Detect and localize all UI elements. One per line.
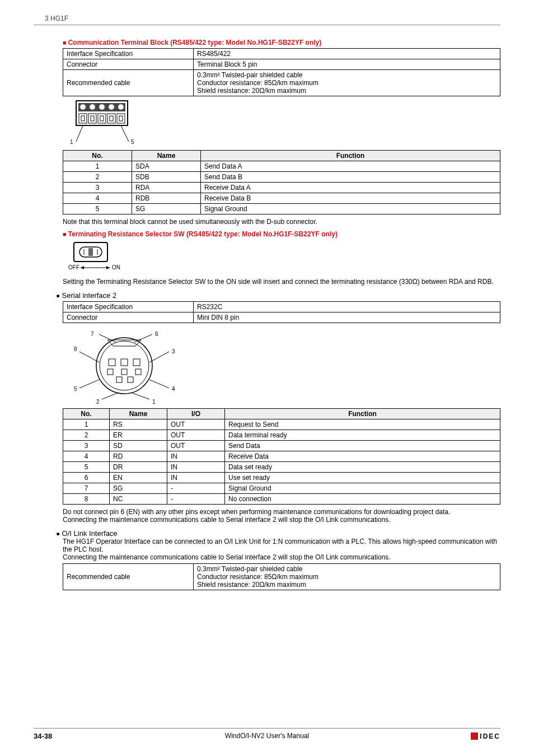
th-io: I/O: [167, 409, 225, 419]
terminal-block-diagram: 1 5: [68, 100, 500, 148]
th-func: Function: [225, 409, 500, 419]
table-row: 2SDBSend Data B: [63, 172, 500, 183]
svg-rect-13: [91, 116, 94, 121]
svg-rect-29: [109, 359, 115, 366]
section4-text1: The HG1F Operator Interface can be conne…: [63, 538, 500, 553]
svg-rect-15: [110, 116, 113, 121]
svg-text:2: 2: [96, 399, 100, 405]
th-no: No.: [63, 151, 132, 161]
off-label: OFF: [68, 264, 79, 270]
section3-note1: Do not connect pin 6 (EN) with any other…: [63, 508, 500, 516]
cell: Connector: [63, 312, 194, 323]
section4-text2: Connecting the maintenance communication…: [63, 553, 500, 561]
cell: Recommended cable: [63, 70, 194, 96]
on-label: ON: [112, 264, 120, 270]
section1-pin-table: No.NameFunction 1SDASend Data A 2SDBSend…: [63, 150, 500, 214]
cell: Terminal Block 5 pin: [194, 59, 500, 70]
page-number: 34-38: [34, 732, 52, 740]
th-func: Function: [201, 151, 500, 161]
svg-rect-16: [119, 116, 123, 121]
table-row: 1RSOUTRequest to Send: [63, 419, 500, 430]
table-row: 4RDBReceive Data B: [63, 193, 500, 204]
svg-rect-32: [107, 369, 113, 375]
pin-5-label: 5: [131, 139, 134, 145]
cell: Connector: [63, 59, 194, 70]
section3-title: Serial interface 2: [56, 291, 500, 300]
th-name: Name: [132, 151, 201, 161]
section1-title: Communication Terminal Block (RS485/422 …: [63, 39, 500, 46]
th-name: Name: [110, 409, 167, 419]
svg-line-43: [99, 334, 116, 342]
svg-text:4: 4: [172, 386, 175, 392]
section1-note: Note that this terminal block cannot be …: [63, 218, 500, 226]
svg-point-5: [109, 104, 114, 110]
cell: Mini DIN 8 pin: [194, 312, 500, 323]
svg-text:1: 1: [152, 399, 156, 405]
table-row: 1SDASend Data A: [63, 161, 500, 172]
selector-switch-diagram: OFF ON: [68, 241, 500, 274]
cell: 0.3mm² Twisted-pair shielded cable Condu…: [194, 70, 500, 96]
svg-line-42: [131, 393, 149, 399]
cell: Interface Specification: [63, 302, 194, 312]
svg-line-39: [149, 352, 169, 362]
svg-marker-25: [81, 266, 84, 269]
svg-rect-36: [128, 377, 133, 382]
svg-text:6: 6: [155, 331, 158, 337]
chapter-header: 3 HG1F: [34, 15, 500, 22]
svg-line-17: [76, 125, 83, 142]
svg-rect-12: [81, 116, 85, 121]
cell: RS485/422: [194, 49, 500, 59]
section2-title: Terminating Resistance Selector SW (RS48…: [63, 230, 500, 238]
section4-title: O/I Link Interface: [56, 529, 500, 538]
table-row: 8NC-No connection: [63, 494, 500, 505]
svg-point-3: [90, 104, 95, 110]
svg-text:8: 8: [74, 346, 77, 352]
cell: Recommended cable: [63, 564, 194, 590]
svg-rect-31: [133, 359, 140, 366]
idec-logo: IDEC: [471, 732, 500, 740]
table-row: 4RDINReceive Data: [63, 451, 500, 462]
svg-point-4: [99, 104, 105, 110]
svg-rect-34: [135, 369, 141, 375]
table-row: 5SGSignal Ground: [63, 204, 500, 214]
svg-line-18: [121, 125, 129, 142]
table-row: 3SDOUTSend Data: [63, 441, 500, 451]
svg-marker-26: [106, 266, 110, 269]
section4-spec-table: Recommended cable0.3mm² Twisted-pair shi…: [63, 563, 500, 590]
svg-line-38: [79, 380, 99, 388]
section3-spec-table: Interface SpecificationRS232C ConnectorM…: [63, 301, 500, 323]
section3-note2: Connecting the maintenance communication…: [63, 516, 500, 524]
svg-line-44: [134, 334, 152, 342]
svg-text:7: 7: [91, 331, 94, 337]
svg-line-40: [149, 380, 169, 388]
svg-rect-21: [88, 248, 93, 256]
table-row: 5DRINData set ready: [63, 462, 500, 473]
table-row: 7SG-Signal Ground: [63, 483, 500, 494]
section2-text: Setting the Terminating Resistance Selec…: [63, 278, 500, 286]
svg-text:5: 5: [74, 386, 77, 392]
svg-point-2: [80, 104, 86, 110]
mini-din-diagram: 7 6 8 3 5 4 2 1: [68, 326, 500, 407]
svg-rect-35: [116, 377, 122, 382]
pin-1-label: 1: [70, 139, 73, 145]
table-row: 2EROUTData terminal ready: [63, 430, 500, 441]
cell: RS232C: [194, 302, 500, 312]
th-no: No.: [63, 409, 110, 419]
section3-pin-table: No.NameI/OFunction 1RSOUTRequest to Send…: [63, 408, 500, 505]
cell: 0.3mm² Twisted-pair shielded cable Condu…: [194, 564, 500, 590]
svg-rect-14: [100, 116, 104, 121]
header-rule: [34, 25, 500, 25]
svg-line-41: [102, 393, 119, 399]
manual-title: WindO/I-NV2 User's Manual: [225, 732, 309, 740]
table-row: 6ENINUse set ready: [63, 473, 500, 483]
svg-text:3: 3: [172, 348, 175, 354]
page-footer: 34-38 WindO/I-NV2 User's Manual IDEC: [34, 728, 500, 740]
cell: Interface Specification: [63, 49, 194, 59]
section1-spec-table: Interface SpecificationRS485/422 Connect…: [63, 48, 500, 96]
svg-line-37: [79, 352, 99, 362]
svg-point-6: [118, 104, 124, 110]
table-row: 3RDAReceive Data A: [63, 183, 500, 193]
svg-rect-30: [121, 359, 128, 366]
svg-rect-33: [121, 369, 127, 375]
